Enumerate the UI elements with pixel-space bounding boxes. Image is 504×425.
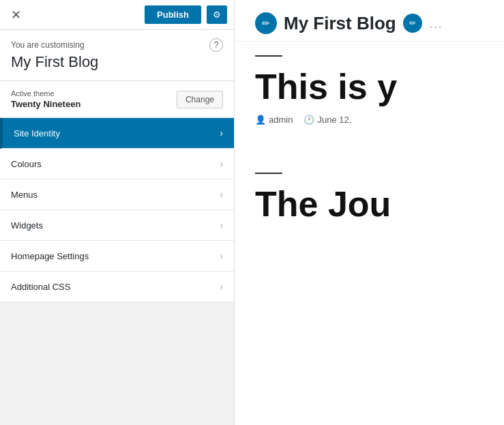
customising-blog-name: My First Blog (11, 53, 223, 71)
chevron-right-icon: › (220, 220, 223, 231)
post-date: June 12, (317, 115, 351, 125)
customizer-panel: ✕ Publish ⚙ You are customising ? My Fir… (0, 0, 235, 425)
menu-item-colours[interactable]: Colours› (0, 149, 234, 179)
menu-item-site-identity[interactable]: Site Identity› (0, 118, 234, 149)
active-theme-label: Active theme (11, 89, 80, 98)
change-theme-button[interactable]: Change (177, 91, 223, 108)
chevron-right-icon: › (220, 250, 223, 261)
customising-label: You are customising (11, 40, 85, 50)
menu-item-label: Site Identity (14, 128, 60, 138)
top-bar: ✕ Publish ⚙ (0, 0, 234, 30)
preview-header: ✏ My First Blog ✏ … (235, 0, 504, 42)
preview-panel: ✏ My First Blog ✏ … This is y 👤 admin 🕐 … (235, 0, 504, 425)
close-button[interactable]: ✕ (7, 6, 25, 24)
menu-item-label: Widgets (11, 220, 43, 231)
preview-content-2: The Jou (235, 159, 504, 237)
theme-name: Twenty Nineteen (11, 99, 80, 109)
edit-title-icon[interactable]: ✏ (255, 12, 277, 34)
help-icon[interactable]: ? (209, 38, 223, 52)
publish-button[interactable]: Publish (145, 5, 201, 24)
chevron-right-icon: › (220, 189, 223, 200)
theme-section: Active theme Twenty Nineteen Change (0, 81, 234, 118)
preview-blog-title: My First Blog (284, 13, 396, 34)
date-meta: 🕐 June 12, (303, 115, 351, 125)
menu-item-label: Colours (11, 159, 42, 169)
author-meta: 👤 admin (255, 115, 293, 125)
preview-content-1: This is y 👤 admin 🕐 June 12, (235, 42, 504, 138)
post-divider-1 (255, 55, 282, 57)
menu-item-label: Menus (11, 190, 38, 200)
post-title-1: This is y (255, 68, 484, 106)
post-meta-1: 👤 admin 🕐 June 12, (255, 115, 484, 125)
menu-item-homepage-settings[interactable]: Homepage Settings› (0, 241, 234, 272)
menu-item-label: Homepage Settings (11, 251, 89, 261)
chevron-right-icon: › (220, 281, 223, 292)
author-name: admin (269, 115, 293, 125)
settings-button[interactable]: ⚙ (207, 5, 227, 24)
chevron-right-icon: › (220, 158, 223, 169)
edit-icon-small[interactable]: ✏ (403, 14, 422, 33)
post-divider-2 (255, 173, 282, 174)
chevron-right-icon: › (220, 128, 223, 138)
menu-list: Site Identity›Colours›Menus›Widgets›Home… (0, 118, 234, 302)
post-title-2: The Jou (255, 185, 484, 224)
menu-item-additional-css[interactable]: Additional CSS› (0, 272, 234, 302)
empty-area (0, 302, 234, 425)
menu-item-widgets[interactable]: Widgets› (0, 210, 234, 241)
preview-dots: … (429, 16, 443, 31)
theme-info: Active theme Twenty Nineteen (11, 89, 80, 109)
date-icon: 🕐 (303, 115, 314, 125)
menu-item-label: Additional CSS (11, 282, 70, 292)
author-icon: 👤 (255, 115, 266, 125)
customising-info: You are customising ? My First Blog (0, 30, 234, 81)
menu-item-menus[interactable]: Menus› (0, 179, 234, 210)
